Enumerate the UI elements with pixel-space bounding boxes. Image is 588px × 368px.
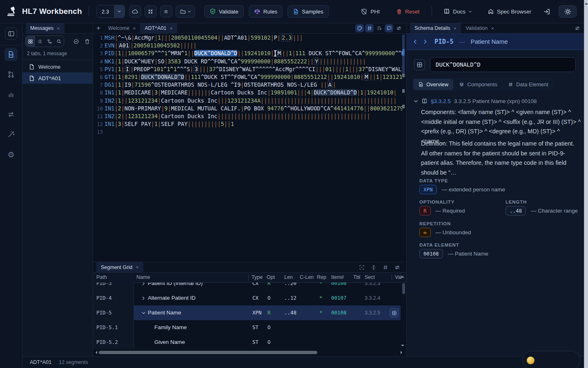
- scroll-left-icon[interactable]: [94, 351, 97, 354]
- sign-in-button[interactable]: [543, 8, 550, 15]
- tab-welcome[interactable]: Welcome ×: [104, 23, 140, 33]
- editor-line[interactable]: IN1|3|SELF PAY|1|SELF PAY||||||||||5||1: [105, 120, 402, 128]
- rail-item-messages[interactable]: [4, 48, 18, 61]
- page-scrollbar[interactable]: [584, 0, 588, 368]
- col-type[interactable]: Type: [252, 274, 263, 280]
- view-search-button[interactable]: [54, 36, 64, 47]
- tab-data-element[interactable]: Data Element: [503, 79, 553, 90]
- sidebar-toggle-button[interactable]: [5, 27, 17, 40]
- syntax-colors-button[interactable]: [355, 24, 364, 32]
- view-list-button[interactable]: [35, 36, 45, 47]
- spec-section-link[interactable]: §3.3.2.5: [431, 98, 451, 104]
- col-len[interactable]: Len: [284, 274, 293, 280]
- editor-line[interactable]: DG1|1|I9|71596^OSTEOARTHROS NOS-L/LEG ^I…: [105, 81, 402, 89]
- expand-rows-button[interactable]: [369, 263, 378, 272]
- wrap-lines-button[interactable]: [375, 24, 383, 32]
- docs-menu[interactable]: Docs: [441, 8, 474, 15]
- table-row[interactable]: Given NameSTO: [134, 335, 401, 349]
- spec-browser-button[interactable]: Spec Browser: [485, 8, 534, 15]
- editor-line[interactable]: IN1|1|MEDICARE|3|MEDICARE|||||||Cartoon …: [105, 89, 402, 96]
- view-tree-button[interactable]: [45, 36, 54, 47]
- editor-line[interactable]: NK1|1|DUCK^HUEY|SO|3583 DUCK RD^^FOWL^CA…: [105, 58, 402, 65]
- close-icon[interactable]: ×: [454, 26, 457, 31]
- grid-horizontal-scrollbar[interactable]: [94, 350, 404, 355]
- tab-adt-a01[interactable]: ADT^A01 ×: [140, 23, 177, 33]
- close-icon[interactable]: ×: [491, 26, 494, 31]
- rail-item-analytics[interactable]: [4, 88, 18, 101]
- scroll-right-icon[interactable]: [401, 351, 404, 354]
- rail-item-transform[interactable]: [4, 108, 18, 121]
- col-tbl[interactable]: Tbl: [353, 274, 360, 280]
- message-list-item[interactable]: ADT^A01: [22, 72, 93, 84]
- close-icon[interactable]: ×: [133, 26, 136, 31]
- col-path[interactable]: Path: [96, 274, 107, 280]
- grid-view-button[interactable]: [145, 5, 157, 18]
- panel-settings-button[interactable]: [573, 24, 581, 32]
- tab-overview[interactable]: Overview: [413, 79, 453, 90]
- field-value-input[interactable]: DUCK^DONALD^D: [430, 57, 576, 72]
- hl7-version-select[interactable]: 2.3: [96, 5, 125, 18]
- editor-line[interactable]: IN2|1||123121234|Cartoon Ducks Inc|||123…: [105, 97, 402, 105]
- tab-segment-grid[interactable]: Segment Grid ×: [96, 262, 143, 272]
- new-tab-button[interactable]: +: [93, 23, 104, 33]
- col-clen[interactable]: C-Len: [300, 274, 314, 280]
- prev-field-button[interactable]: [412, 38, 419, 45]
- comments-button[interactable]: [385, 24, 393, 32]
- message-list-item[interactable]: Welcome: [22, 61, 93, 72]
- grid-settings-button[interactable]: [393, 263, 401, 272]
- scroll-up-icon[interactable]: [401, 274, 404, 278]
- table-row[interactable]: Patient NameXPNR..48*001083.3.2.5: [134, 305, 401, 320]
- scrollbar-thumb[interactable]: [402, 283, 405, 294]
- tab-messages[interactable]: Messages ×: [26, 23, 65, 33]
- editor-line[interactable]: PV1|1|I|PREOP^101^1^1^^^S|3|||37^DISNEY^…: [105, 65, 402, 73]
- editor-line[interactable]: [105, 128, 402, 136]
- table-row[interactable]: Alternate Patient IDCXO..12*001073.3.2.4: [134, 291, 401, 305]
- validate-button[interactable]: Validate: [204, 5, 244, 18]
- editor-overview-ruler[interactable]: [402, 34, 405, 262]
- col-name[interactable]: Name: [136, 274, 150, 280]
- cloud-button[interactable]: [129, 5, 141, 18]
- focus-row-button[interactable]: [357, 263, 366, 272]
- grid-numbers-button[interactable]: [381, 263, 390, 272]
- validate-all-button[interactable]: [73, 38, 79, 45]
- floating-widget[interactable]: [522, 351, 580, 368]
- open-file-dropdown[interactable]: [176, 5, 195, 18]
- samples-button[interactable]: Samples: [287, 5, 329, 18]
- rail-item-settings[interactable]: ⚙: [4, 148, 18, 161]
- phi-toggle[interactable]: PHI: [358, 8, 382, 16]
- open-field-grid-button[interactable]: [390, 308, 399, 317]
- tab-validation[interactable]: Validation ×: [461, 23, 499, 33]
- editor-line[interactable]: IN2|2||123121234|Cartoon Ducks Inc||||||…: [105, 112, 402, 120]
- line-numbers-button[interactable]: [365, 24, 374, 32]
- editor-settings-button[interactable]: [394, 24, 403, 32]
- editor-line[interactable]: EVN|A01|20050110045502|||||: [105, 42, 402, 49]
- editor-line[interactable]: MSH|^~\&|AccMgr|1|||20050110045504||ADT^…: [105, 34, 402, 42]
- editor-line[interactable]: IN1|2|NON-PRIMARY|9|MEDICAL MUTUAL CALIF…: [105, 105, 402, 112]
- rules-button[interactable]: Rules: [249, 5, 283, 18]
- chevron-down-icon[interactable]: [141, 305, 146, 320]
- col-sect[interactable]: Sect: [365, 274, 375, 280]
- reset-button[interactable]: Reset: [394, 8, 422, 15]
- tab-components[interactable]: Components: [454, 79, 502, 90]
- close-icon[interactable]: ×: [170, 26, 173, 31]
- scroll-down-icon[interactable]: [401, 345, 404, 348]
- rail-item-tools[interactable]: [4, 128, 18, 141]
- table-row[interactable]: Patient ID (Internal ID)CXR..20*001063.3…: [134, 283, 401, 291]
- close-icon[interactable]: ×: [136, 265, 139, 270]
- scrollbar-thumb[interactable]: [99, 351, 317, 354]
- editor-line[interactable]: PID|1||10006579^^^1^MRN^1||DUCK^DONALD^D…: [105, 49, 402, 57]
- chevron-right-icon[interactable]: [141, 291, 146, 305]
- next-field-button[interactable]: [421, 38, 429, 45]
- col-rep[interactable]: Rep: [317, 274, 326, 280]
- editor-line[interactable]: GT1|1|8291|DUCK^DONALD^D||111^DUCK ST^^F…: [105, 73, 402, 81]
- tab-schema-details[interactable]: Schema Details ×: [410, 23, 461, 33]
- menu-button[interactable]: [160, 5, 172, 18]
- theme-toggle-button[interactable]: [559, 5, 577, 18]
- delete-button[interactable]: [84, 38, 90, 45]
- editor-body[interactable]: 12345678910111213 MSH|^~\&|AccMgr|1|||20…: [93, 34, 406, 262]
- table-row[interactable]: Family NameSTO: [134, 320, 401, 335]
- rail-item-branch[interactable]: [4, 68, 18, 81]
- col-opt[interactable]: Opt: [267, 274, 275, 280]
- col-item[interactable]: Item#: [331, 274, 344, 280]
- chevron-right-icon[interactable]: [141, 283, 146, 291]
